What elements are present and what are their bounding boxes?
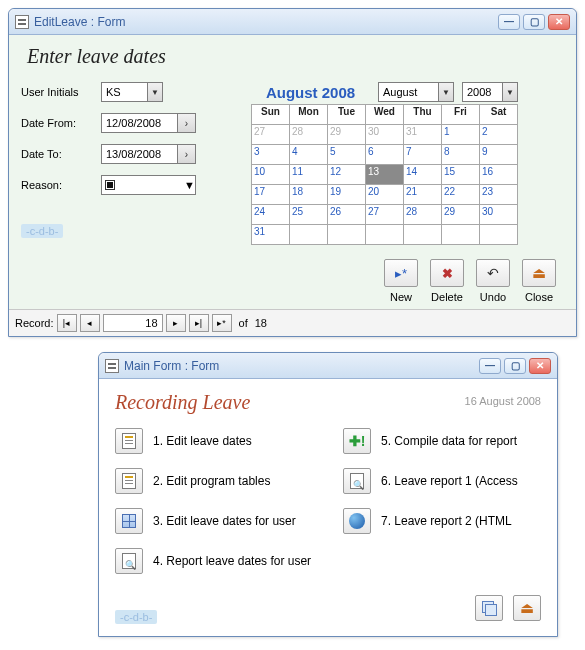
titlebar[interactable]: EditLeave : Form — ▢ ✕: [9, 9, 576, 35]
menu-item[interactable]: 2. Edit program tables: [115, 468, 313, 494]
menu-button[interactable]: [343, 508, 371, 534]
date-picker-icon[interactable]: ›: [177, 114, 195, 132]
calendar-day[interactable]: 31: [252, 225, 290, 245]
calendar-day[interactable]: 10: [252, 165, 290, 185]
menu-item[interactable]: 7. Leave report 2 (HTML: [343, 508, 541, 534]
calendar-day[interactable]: 21: [404, 185, 442, 205]
menu-button[interactable]: [343, 468, 371, 494]
new-button[interactable]: ▸*: [384, 259, 418, 287]
prev-record-button[interactable]: ◂: [80, 314, 100, 332]
chevron-down-icon[interactable]: ▼: [438, 83, 453, 101]
calendar-day[interactable]: 15: [442, 165, 480, 185]
calendar-day[interactable]: 8: [442, 145, 480, 165]
calendar-day[interactable]: 28: [290, 125, 328, 145]
new-record-button[interactable]: ▸*: [212, 314, 232, 332]
calendar-day[interactable]: 31: [404, 125, 442, 145]
calendar-day[interactable]: 28: [404, 205, 442, 225]
calendar-day[interactable]: 17: [252, 185, 290, 205]
calendar-day[interactable]: 30: [480, 205, 518, 225]
calendar-day[interactable]: 27: [366, 205, 404, 225]
menu-item[interactable]: 4. Report leave dates for user: [115, 548, 313, 574]
menu-button[interactable]: [115, 468, 143, 494]
maximize-button[interactable]: ▢: [504, 358, 526, 374]
next-record-button[interactable]: ▸: [166, 314, 186, 332]
menu-item[interactable]: ✚!5. Compile data for report: [343, 428, 541, 454]
chevron-down-icon[interactable]: ▼: [147, 83, 162, 101]
minimize-button[interactable]: —: [498, 14, 520, 30]
delete-button[interactable]: ✖: [430, 259, 464, 287]
titlebar[interactable]: Main Form : Form — ▢ ✕: [99, 353, 557, 379]
last-record-button[interactable]: ▸|: [189, 314, 209, 332]
chevron-down-icon[interactable]: ▼: [502, 83, 517, 101]
calendar-day[interactable]: 30: [366, 125, 404, 145]
calendar-day[interactable]: 23: [480, 185, 518, 205]
menu-button[interactable]: ✚!: [343, 428, 371, 454]
minimize-button[interactable]: —: [479, 358, 501, 374]
calendar-dow: Fri: [442, 105, 480, 125]
menu-button[interactable]: [115, 428, 143, 454]
year-select[interactable]: 2008 ▼: [462, 82, 518, 102]
chevron-down-icon[interactable]: ▼: [184, 179, 195, 191]
calendar-dow: Sat: [480, 105, 518, 125]
menu-item[interactable]: 6. Leave report 1 (Access: [343, 468, 541, 494]
date-to-input[interactable]: 13/08/2008 ›: [101, 144, 196, 164]
initials-combo[interactable]: KS ▼: [101, 82, 163, 102]
calendar-day[interactable]: 22: [442, 185, 480, 205]
calendar-day[interactable]: 27: [252, 125, 290, 145]
date-picker-icon[interactable]: ›: [177, 145, 195, 163]
form-icon: [15, 15, 29, 29]
record-of: of: [239, 317, 248, 329]
first-record-button[interactable]: |◂: [57, 314, 77, 332]
calendar-day[interactable]: 29: [328, 125, 366, 145]
menu-item[interactable]: 1. Edit leave dates: [115, 428, 313, 454]
watermark: -c-d-b-: [21, 224, 63, 238]
calendar-day[interactable]: 16: [480, 165, 518, 185]
form-toolbar: ▸* ✖ ↶ ⏏: [21, 259, 556, 287]
record-label: Record:: [15, 317, 54, 329]
search-icon: [350, 473, 364, 489]
date-from-input[interactable]: 12/08/2008 ›: [101, 113, 196, 133]
calendar-day[interactable]: 7: [404, 145, 442, 165]
calendar-day[interactable]: 18: [290, 185, 328, 205]
exit-button[interactable]: ⏏: [513, 595, 541, 621]
menu-button[interactable]: [115, 548, 143, 574]
calendar-day[interactable]: 4: [290, 145, 328, 165]
month-select[interactable]: August ▼: [378, 82, 454, 102]
form-icon: [105, 359, 119, 373]
calendar-grid[interactable]: SunMonTueWedThuFriSat 272829303112345678…: [251, 104, 518, 245]
date-stamp: 16 August 2008: [465, 395, 541, 407]
menu-button[interactable]: [115, 508, 143, 534]
sheet-icon: [122, 433, 136, 449]
calendar-day[interactable]: 9: [480, 145, 518, 165]
calendar-day[interactable]: 6: [366, 145, 404, 165]
calendar-day[interactable]: 1: [442, 125, 480, 145]
calendar-day[interactable]: 11: [290, 165, 328, 185]
delete-icon: ✖: [442, 266, 453, 281]
close-button[interactable]: ✕: [548, 14, 570, 30]
calendar-day[interactable]: 20: [366, 185, 404, 205]
calendar-day[interactable]: 5: [328, 145, 366, 165]
copy-button[interactable]: [475, 595, 503, 621]
table-icon: [122, 473, 136, 489]
calendar-day[interactable]: 13: [366, 165, 404, 185]
calendar-day[interactable]: 26: [328, 205, 366, 225]
calendar-day[interactable]: 3: [252, 145, 290, 165]
calendar-day[interactable]: 19: [328, 185, 366, 205]
window-title: Main Form : Form: [124, 359, 479, 373]
close-label: Close: [522, 291, 556, 303]
close-form-button[interactable]: ⏏: [522, 259, 556, 287]
maximize-button[interactable]: ▢: [523, 14, 545, 30]
record-position[interactable]: 18: [103, 314, 163, 332]
close-button[interactable]: ✕: [529, 358, 551, 374]
reason-icon: [105, 180, 115, 190]
undo-button[interactable]: ↶: [476, 259, 510, 287]
calendar-day[interactable]: 14: [404, 165, 442, 185]
calendar-day[interactable]: 2: [480, 125, 518, 145]
calendar-day[interactable]: 25: [290, 205, 328, 225]
reason-combo[interactable]: ▼: [101, 175, 196, 195]
calendar-day[interactable]: 29: [442, 205, 480, 225]
menu-label: 2. Edit program tables: [153, 474, 270, 488]
menu-item[interactable]: 3. Edit leave dates for user: [115, 508, 313, 534]
calendar-day[interactable]: 12: [328, 165, 366, 185]
calendar-day[interactable]: 24: [252, 205, 290, 225]
